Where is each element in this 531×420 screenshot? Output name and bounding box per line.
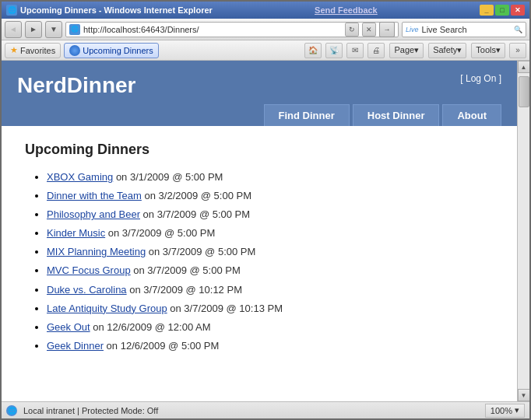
nav-tabs: Find Dinner Host Dinner About xyxy=(2,104,517,126)
window-title: Upcoming Dinners - Windows Internet Expl… xyxy=(20,5,213,15)
scroll-thumb[interactable] xyxy=(519,76,529,107)
maximize-button[interactable]: □ xyxy=(495,5,509,16)
scrollbar[interactable]: ▲ ▼ xyxy=(517,61,529,401)
back-button[interactable]: ◄ xyxy=(5,21,22,38)
scroll-down-arrow[interactable]: ▼ xyxy=(518,389,530,401)
dinner-date: on 3/1/2009 @ 5:00 PM xyxy=(113,171,223,183)
dinner-list-item: MVC Focus Group on 3/7/2009 @ 5:00 PM xyxy=(47,262,494,279)
site-header: NerdDinner [ Log On ] xyxy=(2,61,517,104)
dinner-list-item: Geek Out on 12/6/2009 @ 12:00 AM xyxy=(47,319,494,336)
find-dinner-tab[interactable]: Find Dinner xyxy=(264,104,350,126)
host-dinner-tab[interactable]: Host Dinner xyxy=(353,104,440,126)
home-button[interactable]: 🏠 xyxy=(304,43,322,58)
dinner-list-item: Kinder Music on 3/7/2009 @ 5:00 PM xyxy=(47,225,494,242)
search-button[interactable]: 🔍 xyxy=(514,26,522,33)
dinner-list: XBOX Gaming on 3/1/2009 @ 5:00 PMDinner … xyxy=(25,169,494,355)
print-button[interactable]: 🖨 xyxy=(367,43,385,58)
search-bar[interactable]: Live Live Search 🔍 xyxy=(402,22,526,37)
dinner-date: on 3/7/2009 @ 10:13 PM xyxy=(167,303,283,314)
scroll-up-arrow[interactable]: ▲ xyxy=(518,61,530,73)
dinner-link[interactable]: Philosophy and Beer xyxy=(47,208,140,220)
dinner-list-item: Philosophy and Beer on 3/7/2009 @ 5:00 P… xyxy=(47,206,494,223)
dinner-date: on 3/7/2009 @ 5:00 PM xyxy=(105,227,215,239)
main-body: Upcoming Dinners XBOX Gaming on 3/1/2009… xyxy=(2,126,517,401)
stop-button[interactable]: ✕ xyxy=(362,23,376,37)
safety-menu[interactable]: Safety▾ xyxy=(428,43,466,58)
star-icon: ★ xyxy=(10,45,18,55)
toolbar-row: ★ Favorites Upcoming Dinners 🏠 📡 ✉ 🖨 Pag… xyxy=(2,40,529,61)
more-button[interactable]: » xyxy=(509,43,526,58)
title-bar: 🌐 Upcoming Dinners - Windows Internet Ex… xyxy=(2,2,529,19)
dinner-link[interactable]: Dinner with the Team xyxy=(47,190,142,201)
address-bar[interactable]: 🌐 http://localhost:64643/Dinners/ ↻ ✕ → xyxy=(65,22,399,37)
refresh-button[interactable]: ↻ xyxy=(345,23,359,37)
dinner-link[interactable]: Late Antiquity Study Group xyxy=(47,303,167,314)
forward-button[interactable]: ► xyxy=(25,21,42,38)
dinner-link[interactable]: MVC Focus Group xyxy=(47,264,131,276)
dinner-link[interactable]: Geek Dinner xyxy=(47,340,104,352)
status-icon: 🌐 xyxy=(6,405,17,416)
favorites-label: Favorites xyxy=(20,46,55,55)
status-bar: 🌐 Local intranet | Protected Mode: Off 1… xyxy=(2,401,529,418)
dinner-list-item: XBOX Gaming on 3/1/2009 @ 5:00 PM xyxy=(47,169,494,186)
zoom-control[interactable]: 100% ▾ xyxy=(485,404,525,418)
zoom-level: 100% xyxy=(491,406,512,415)
dinner-date: on 3/7/2009 @ 5:00 PM xyxy=(140,208,250,220)
page-menu[interactable]: Page▾ xyxy=(389,43,424,58)
about-tab[interactable]: About xyxy=(442,104,501,126)
dinner-date: on 12/6/2009 @ 5:00 PM xyxy=(104,340,219,352)
dinner-list-item: Duke vs. Carolina on 3/7/2009 @ 10:12 PM xyxy=(47,282,494,299)
minimize-button[interactable]: _ xyxy=(480,5,494,16)
dinner-date: on 3/7/2009 @ 5:00 PM xyxy=(146,246,255,257)
status-text: Local intranet | Protected Mode: Off xyxy=(23,406,479,415)
upcoming-title: Upcoming Dinners xyxy=(25,142,494,158)
dinner-link[interactable]: XBOX Gaming xyxy=(47,171,113,183)
close-button[interactable]: ✕ xyxy=(511,5,525,16)
dinner-list-item: Dinner with the Team on 3/2/2009 @ 5:00 … xyxy=(47,187,494,205)
feeds-button[interactable]: 📡 xyxy=(325,43,343,58)
log-on-link[interactable]: [ Log On ] xyxy=(460,73,501,84)
dinner-link[interactable]: Duke vs. Carolina xyxy=(47,284,127,296)
search-logo: Live xyxy=(406,26,419,33)
tab-label: Upcoming Dinners xyxy=(83,46,153,55)
scroll-track[interactable] xyxy=(518,73,530,389)
browser-icon: 🌐 xyxy=(6,5,17,16)
dinner-date: on 3/2/2009 @ 5:00 PM xyxy=(142,190,251,201)
mail-button[interactable]: ✉ xyxy=(346,43,364,58)
page-icon: 🌐 xyxy=(69,24,80,35)
dropdown-button[interactable]: ▼ xyxy=(45,21,62,38)
dinner-link[interactable]: MIX Planning Meeting xyxy=(47,246,146,257)
dinner-date: on 3/7/2009 @ 10:12 PM xyxy=(127,284,242,296)
dinner-date: on 3/7/2009 @ 5:00 PM xyxy=(131,264,241,276)
browser-tab[interactable]: Upcoming Dinners xyxy=(64,43,158,58)
dinner-list-item: Late Antiquity Study Group on 3/7/2009 @… xyxy=(47,300,494,317)
nav-bar: ◄ ► ▼ 🌐 http://localhost:64643/Dinners/ … xyxy=(2,19,529,40)
feedback-link[interactable]: Send Feedback xyxy=(315,5,378,15)
page-content: NerdDinner [ Log On ] Find Dinner Host D… xyxy=(2,61,517,401)
search-input[interactable]: Live Search xyxy=(422,25,511,34)
dinner-link[interactable]: Kinder Music xyxy=(47,227,105,239)
ie-icon xyxy=(69,45,80,56)
go-button[interactable]: → xyxy=(379,22,395,37)
zoom-dropdown-icon[interactable]: ▾ xyxy=(515,405,519,415)
address-text: http://localhost:64643/Dinners/ xyxy=(83,25,342,34)
dinner-link[interactable]: Geek Out xyxy=(47,321,90,333)
browser-window: 🌐 Upcoming Dinners - Windows Internet Ex… xyxy=(0,0,531,420)
dinner-list-item: MIX Planning Meeting on 3/7/2009 @ 5:00 … xyxy=(47,243,494,261)
tools-menu[interactable]: Tools▾ xyxy=(471,43,505,58)
dinner-list-item: Geek Dinner on 12/6/2009 @ 5:00 PM xyxy=(47,338,494,355)
site-title: NerdDinner xyxy=(17,73,135,98)
content-area: NerdDinner [ Log On ] Find Dinner Host D… xyxy=(2,61,529,401)
favorites-button[interactable]: ★ Favorites xyxy=(5,43,61,58)
dinner-date: on 12/6/2009 @ 12:00 AM xyxy=(90,321,211,333)
